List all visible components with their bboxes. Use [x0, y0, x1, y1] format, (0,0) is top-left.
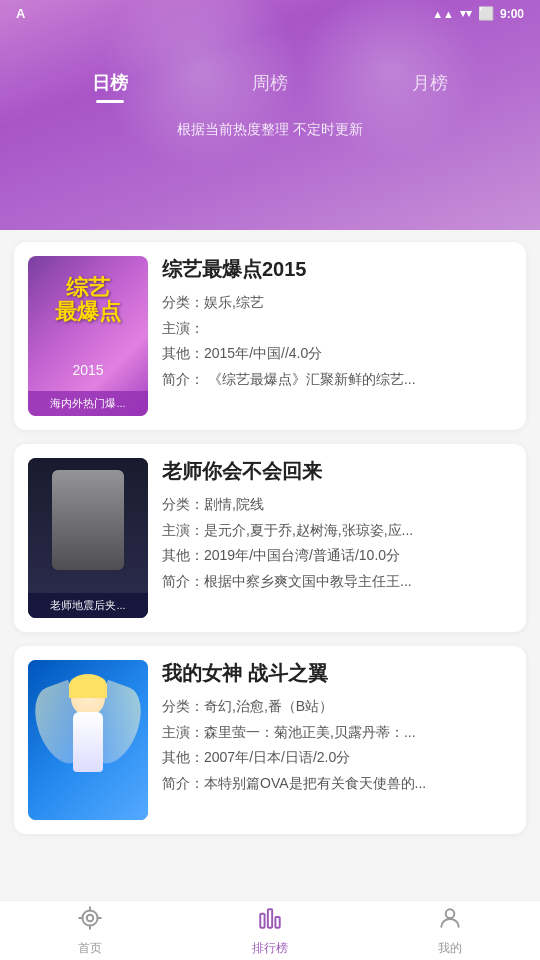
card-cast-2: 主演：是元介,夏于乔,赵树海,张琼姿,应...: [162, 521, 512, 541]
card-cast-1: 主演：: [162, 319, 512, 339]
tab-monthly[interactable]: 月榜: [412, 71, 448, 103]
nav-profile-label: 我的: [438, 940, 462, 957]
card-title-3: 我的女神 战斗之翼: [162, 660, 512, 687]
card-1[interactable]: 综艺最爆点 2015 海内外热门爆... 综艺最爆点2015 分类：娱乐,综艺 …: [14, 242, 526, 430]
thumb-2: 老师地震后夹...: [28, 458, 148, 618]
nav-rank[interactable]: 排行榜: [180, 905, 360, 957]
tab-weekly[interactable]: 周榜: [252, 71, 288, 103]
content-list: 综艺最爆点 2015 海内外热门爆... 综艺最爆点2015 分类：娱乐,综艺 …: [0, 230, 540, 900]
nav-rank-label: 排行榜: [252, 940, 288, 957]
wifi-icon: ▾▾: [460, 7, 472, 20]
card-other-3: 其他：2007年/日本/日语/2.0分: [162, 748, 512, 768]
battery-icon: ⬜: [478, 6, 494, 21]
card-category-1: 分类：娱乐,综艺: [162, 293, 512, 313]
card-title-2: 老师你会不会回来: [162, 458, 512, 485]
thumb-1: 综艺最爆点 2015 海内外热门爆...: [28, 256, 148, 416]
time: 9:00: [500, 7, 524, 21]
svg-rect-8: [275, 916, 279, 927]
card-2[interactable]: 老师地震后夹... 老师你会不会回来 分类：剧情,院线 主演：是元介,夏于乔,赵…: [14, 444, 526, 632]
card-category-3: 分类：奇幻,治愈,番（B站）: [162, 697, 512, 717]
thumb-sub-2: 老师地震后夹...: [28, 593, 148, 618]
svg-point-9: [446, 909, 455, 918]
status-bar: A ▲▲ ▾▾ ⬜ 9:00: [0, 0, 540, 21]
card-title-1: 综艺最爆点2015: [162, 256, 512, 283]
svg-point-0: [82, 910, 97, 925]
svg-rect-6: [260, 913, 264, 927]
thumb-sub-1: 海内外热门爆...: [28, 391, 148, 416]
nav-home-label: 首页: [78, 940, 102, 957]
user-icon: [437, 905, 463, 937]
app-icon: A: [16, 6, 25, 21]
card-intro-1: 简介： 《综艺最爆点》汇聚新鲜的综艺...: [162, 370, 512, 390]
nav-home[interactable]: 首页: [0, 905, 180, 957]
subtitle-text: 根据当前热度整理 不定时更新: [0, 121, 540, 139]
tabs-container: 日榜 周榜 月榜: [0, 21, 540, 103]
signal-icon: ▲▲: [432, 8, 454, 20]
card-other-1: 其他：2015年/中国//4.0分: [162, 344, 512, 364]
tab-daily[interactable]: 日榜: [92, 71, 128, 103]
svg-rect-7: [268, 909, 272, 927]
rank-icon: [257, 905, 283, 937]
card-other-2: 其他：2019年/中国台湾/普通话/10.0分: [162, 546, 512, 566]
card-intro-2: 简介：根据中察乡爽文国中教导主任王...: [162, 572, 512, 592]
card-intro-3: 简介：本特别篇OVA是把有关食天使兽的...: [162, 774, 512, 794]
home-icon: [77, 905, 103, 937]
thumb-3: [28, 660, 148, 820]
svg-point-1: [87, 914, 94, 921]
card-3[interactable]: 我的女神 战斗之翼 分类：奇幻,治愈,番（B站） 主演：森里萤一：菊池正美,贝露…: [14, 646, 526, 834]
card-category-2: 分类：剧情,院线: [162, 495, 512, 515]
card-cast-3: 主演：森里萤一：菊池正美,贝露丹蒂：...: [162, 723, 512, 743]
bottom-nav: 首页 排行榜 我的: [0, 900, 540, 960]
nav-profile[interactable]: 我的: [360, 905, 540, 957]
